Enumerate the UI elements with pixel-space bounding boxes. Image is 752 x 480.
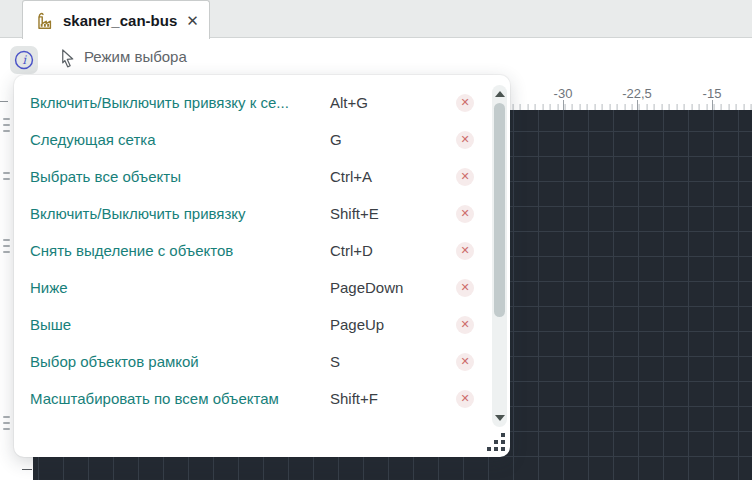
- shortcut-keys-label: Shift+F: [330, 390, 456, 407]
- shortcut-keys-label: Shift+E: [330, 205, 456, 222]
- tab-title: skaner_can-bus: [63, 12, 177, 29]
- close-icon: ✕: [460, 97, 469, 108]
- close-icon: ✕: [460, 319, 469, 330]
- shortcut-keys-label: Ctrl+A: [330, 168, 456, 185]
- shortcut-list-panel: Включить/Выключить привязку к се... Alt+…: [14, 75, 510, 457]
- factory-icon: [35, 10, 54, 30]
- ruler-label-fragment: [3, 172, 12, 180]
- close-icon: ✕: [460, 393, 469, 404]
- svg-text:i: i: [22, 53, 27, 67]
- panel-scrollbar[interactable]: [492, 85, 507, 427]
- info-button[interactable]: i: [10, 46, 38, 74]
- close-icon: ✕: [460, 171, 469, 182]
- remove-shortcut-button[interactable]: ✕: [456, 168, 474, 186]
- shortcut-row[interactable]: Следующая сетка G ✕: [14, 121, 474, 158]
- shortcut-rows: Включить/Выключить привязку к се... Alt+…: [14, 84, 474, 417]
- shortcut-row[interactable]: Включить/Выключить привязку Shift+E ✕: [14, 195, 474, 232]
- remove-shortcut-button[interactable]: ✕: [456, 279, 474, 297]
- remove-shortcut-button[interactable]: ✕: [456, 205, 474, 223]
- tab-skaner-can-bus[interactable]: skaner_can-bus ✕: [22, 0, 210, 39]
- shortcut-keys-label: S: [330, 353, 456, 370]
- resize-grip[interactable]: [487, 433, 505, 451]
- remove-shortcut-button[interactable]: ✕: [456, 390, 474, 408]
- shortcut-action-label: Масштабировать по всем объектам: [30, 390, 330, 407]
- ruler-label-fragment: [3, 118, 12, 132]
- ruler-major-tick: [22, 469, 32, 470]
- shortcut-action-label: Включить/Выключить привязку: [30, 205, 330, 222]
- shortcut-action-label: Следующая сетка: [30, 131, 330, 148]
- close-icon: ✕: [460, 282, 469, 293]
- shortcut-row[interactable]: Масштабировать по всем объектам Shift+F …: [14, 380, 474, 417]
- shortcut-keys-label: PageUp: [330, 316, 456, 333]
- shortcut-action-label: Выбрать все объекты: [30, 168, 330, 185]
- ruler-label: -15: [703, 86, 722, 101]
- remove-shortcut-button[interactable]: ✕: [456, 131, 474, 149]
- shortcut-keys-label: Alt+G: [330, 94, 456, 111]
- close-icon: ✕: [460, 245, 469, 256]
- shortcut-action-label: Выше: [30, 316, 330, 333]
- close-icon: ✕: [460, 208, 469, 219]
- shortcut-row[interactable]: Ниже PageDown ✕: [14, 269, 474, 306]
- remove-shortcut-button[interactable]: ✕: [456, 94, 474, 112]
- shortcut-action-label: Включить/Выключить привязку к се...: [30, 94, 330, 111]
- cursor-pointer-icon: [58, 48, 77, 73]
- remove-shortcut-button[interactable]: ✕: [456, 242, 474, 260]
- shortcut-action-label: Ниже: [30, 279, 330, 296]
- ruler-minor-tick: [0, 101, 8, 102]
- remove-shortcut-button[interactable]: ✕: [456, 316, 474, 334]
- ruler-label-fragment: [3, 239, 12, 253]
- tab-bar: skaner_can-bus ✕: [0, 0, 752, 38]
- shortcut-keys-label: Ctrl+D: [330, 242, 456, 259]
- shortcut-action-label: Выбор объектов рамкой: [30, 353, 330, 370]
- shortcut-row[interactable]: Включить/Выключить привязку к се... Alt+…: [14, 84, 474, 121]
- tab-close-icon[interactable]: ✕: [186, 13, 199, 28]
- shortcut-keys-label: G: [330, 131, 456, 148]
- shortcut-row[interactable]: Снять выделение с объектов Ctrl+D ✕: [14, 232, 474, 269]
- ruler-label-fragment: [3, 416, 12, 430]
- shortcut-row[interactable]: Выбор объектов рамкой S ✕: [14, 343, 474, 380]
- close-icon: ✕: [460, 134, 469, 145]
- shortcut-keys-label: PageDown: [330, 279, 456, 296]
- shortcut-row[interactable]: Выбрать все объекты Ctrl+A ✕: [14, 158, 474, 195]
- shortcut-row[interactable]: Выше PageUp ✕: [14, 306, 474, 343]
- shortcut-action-label: Снять выделение с объектов: [30, 242, 330, 259]
- scrollbar-thumb[interactable]: [494, 103, 505, 317]
- mode-label: Режим выбора: [84, 39, 187, 75]
- ruler-label: -30: [554, 86, 573, 101]
- remove-shortcut-button[interactable]: ✕: [456, 353, 474, 371]
- toolbar: i Режим выбора: [0, 39, 752, 75]
- scroll-down-arrow-icon[interactable]: [495, 415, 505, 421]
- info-circle-icon: i: [13, 49, 35, 71]
- ruler-label: -22,5: [622, 86, 652, 101]
- close-icon: ✕: [460, 356, 469, 367]
- scroll-up-arrow-icon[interactable]: [495, 91, 505, 97]
